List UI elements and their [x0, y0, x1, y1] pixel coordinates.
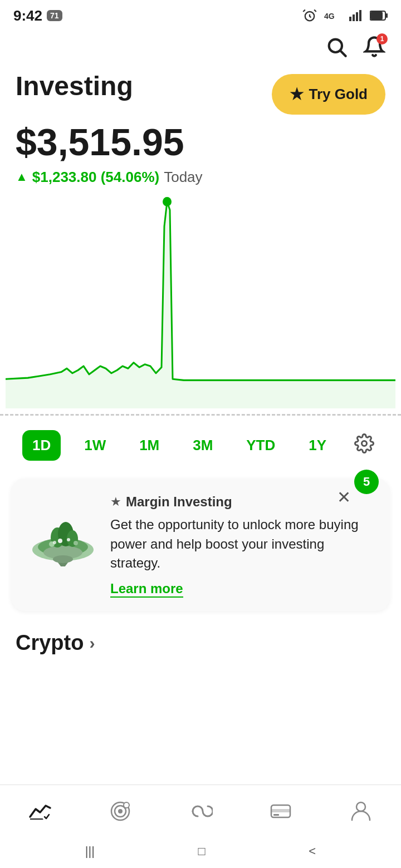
svg-rect-2: [349, 17, 351, 21]
change-today-label: Today: [164, 169, 202, 186]
svg-point-17: [53, 555, 73, 563]
status-bar: 9:42 71 4G: [0, 0, 401, 29]
page-title: Investing: [16, 72, 133, 101]
svg-point-34: [356, 802, 365, 811]
portfolio-section: $3,515.95 ▲ $1,233.80 (54.06%) Today: [0, 115, 401, 186]
android-home-button[interactable]: □: [187, 840, 217, 863]
nav-item-home[interactable]: [97, 797, 144, 826]
notification-badge: 1: [376, 33, 388, 45]
svg-rect-5: [359, 10, 361, 21]
svg-rect-32: [271, 809, 290, 812]
time-tab-1w[interactable]: 1W: [74, 430, 116, 461]
portfolio-change: ▲ $1,233.80 (54.06%) Today: [16, 169, 385, 186]
svg-point-22: [74, 541, 78, 545]
android-nav-bar: ||| □ <: [0, 835, 401, 868]
card-nav-icon: [268, 799, 293, 823]
chart-separator: [0, 414, 401, 416]
search-button[interactable]: [323, 33, 350, 62]
promo-card: 5 ✕ ★ Margin Investing: [11, 479, 390, 611]
svg-point-29: [118, 809, 123, 813]
battery-icon: [370, 10, 388, 21]
alarm-icon: [302, 8, 317, 23]
chart-settings-button[interactable]: [350, 429, 379, 462]
status-left: 9:42 71: [13, 7, 62, 24]
crypto-title[interactable]: Crypto ›: [16, 631, 385, 655]
nav-item-profile[interactable]: [338, 797, 384, 826]
status-icons: 4G: [302, 8, 388, 23]
svg-text:4G: 4G: [324, 12, 335, 21]
change-amount: $1,233.80 (54.06%): [32, 169, 159, 186]
svg-rect-8: [386, 13, 388, 18]
signal-icon: [348, 9, 363, 22]
gear-icon: [354, 433, 374, 453]
search-icon: [325, 36, 348, 58]
svg-marker-11: [6, 201, 395, 408]
android-menu-button[interactable]: |||: [74, 840, 106, 863]
4g-icon: 4G: [324, 9, 341, 22]
learn-more-link[interactable]: Learn more: [110, 581, 183, 598]
status-time: 9:42: [13, 7, 42, 24]
card-title-row: ★ Margin Investing: [110, 494, 374, 510]
android-back-button[interactable]: <: [297, 840, 327, 863]
margin-investing-illustration: [27, 494, 99, 566]
infinity-nav-icon: [188, 799, 213, 823]
crypto-chevron-icon: ›: [89, 634, 95, 653]
promo-card-close-button[interactable]: ✕: [337, 487, 351, 507]
svg-point-24: [67, 538, 70, 541]
try-gold-button[interactable]: ★ Try Gold: [272, 74, 385, 115]
target-nav-icon: [108, 799, 133, 823]
portfolio-value: $3,515.95: [16, 121, 385, 163]
status-badge: 71: [47, 10, 62, 21]
card-star-icon: ★: [110, 495, 121, 509]
chart-svg: [6, 197, 395, 408]
svg-point-30: [124, 802, 129, 808]
svg-rect-3: [353, 14, 355, 21]
svg-point-12: [362, 441, 367, 446]
star-icon: ★: [290, 85, 304, 103]
time-tab-1y[interactable]: 1Y: [299, 430, 336, 461]
change-up-arrow: ▲: [16, 170, 28, 184]
top-bar: 1: [0, 29, 401, 66]
nav-item-investing[interactable]: [17, 797, 63, 826]
person-nav-icon: [349, 799, 373, 823]
portfolio-chart: [0, 197, 401, 408]
promo-card-badge: 5: [354, 470, 379, 494]
time-tab-3m[interactable]: 3M: [183, 430, 223, 461]
svg-point-23: [58, 539, 62, 543]
svg-line-10: [341, 51, 346, 56]
nav-item-card[interactable]: [257, 797, 304, 826]
svg-rect-4: [356, 12, 358, 21]
notifications-button[interactable]: 1: [361, 33, 388, 62]
time-tab-ytd[interactable]: YTD: [236, 430, 285, 461]
nav-item-activity[interactable]: [177, 797, 224, 826]
svg-point-25: [53, 541, 56, 544]
time-tab-1d[interactable]: 1D: [22, 430, 61, 461]
svg-rect-33: [273, 814, 279, 816]
svg-rect-7: [370, 12, 383, 19]
time-range-bar: 1D 1W 1M 3M YTD 1Y: [0, 421, 401, 470]
chart-nav-icon: [28, 799, 52, 823]
promo-card-title: Margin Investing: [126, 494, 232, 510]
header-section: Investing ★ Try Gold: [0, 66, 401, 115]
crypto-section: Crypto ›: [0, 620, 401, 660]
promo-card-description: Get the opportunity to unlock more buyin…: [110, 515, 374, 573]
time-tab-1m[interactable]: 1M: [129, 430, 169, 461]
bottom-nav: [0, 785, 401, 835]
promo-card-content: ★ Margin Investing Get the opportunity t…: [110, 494, 374, 598]
